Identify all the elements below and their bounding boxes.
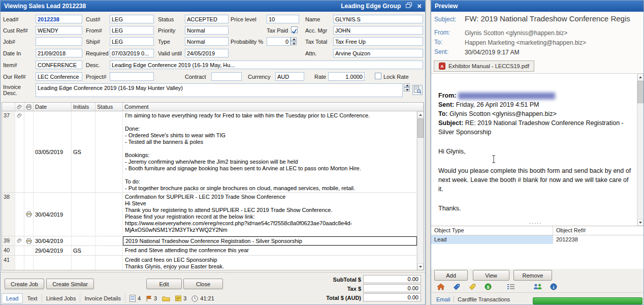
scrollbar-thumb[interactable] [637,81,643,103]
comment-date[interactable]: 29/04/2019 [34,246,72,255]
job-field[interactable] [36,37,82,46]
comment-row-41[interactable]: 41 Credit card fees on LEC Sponsorship T… [2,256,417,270]
remove-button[interactable]: Remove [513,270,552,281]
info-button[interactable]: i [548,282,560,292]
comment-text[interactable]: Fred and Steve attending the conference … [123,246,417,255]
currency-field[interactable]: AUD [275,72,304,81]
name-field[interactable]: GLYNIS.S [333,15,423,23]
attn-field[interactable]: Arvine Quizon [333,49,423,57]
comment-date[interactable]: 30/04/2019 [34,236,72,246]
create-job-button[interactable]: Create Job [5,279,44,289]
object-row-lead[interactable]: Lead 2012238 [431,235,643,244]
scroll-down-icon[interactable] [417,263,424,270]
comment-text[interactable]: I'm aiming to have everything ready for … [123,111,417,192]
note-icon[interactable] [171,295,182,301]
comment-date[interactable] [34,256,72,270]
comment-initials[interactable] [72,256,95,270]
flag-icon[interactable] [142,295,153,302]
comment-text[interactable]: Confirmation for SUPPLIER - LEC 2019 Tra… [123,193,417,236]
our-ref-field[interactable]: LEC Conference [36,72,82,81]
comment-column-header[interactable]: Comment [123,103,424,111]
view-button[interactable]: View [473,270,509,281]
valid-until-field[interactable]: 24/05/2019 [185,49,229,57]
comment-row-39-selected[interactable]: 39 30/04/2019 2019 National Tradeshow Co… [2,236,417,246]
cust-field[interactable]: LEG [110,15,154,23]
probability-stepper[interactable] [291,37,297,45]
comment-initials[interactable] [72,193,95,236]
scrollbar-thumb[interactable] [417,118,424,138]
tag-yellow-button[interactable] [466,282,478,292]
close-icon[interactable]: × [417,3,422,10]
panel-splitter[interactable] [426,0,431,305]
priority-field[interactable]: Normal [185,26,229,35]
comment-initials[interactable]: GS [72,111,95,192]
comment-initials[interactable] [72,236,95,246]
folder-icon[interactable] [158,295,171,301]
item-field[interactable]: CONFERENCE [36,60,82,69]
comment-status[interactable] [95,111,123,192]
price-level-field[interactable]: 10 [267,15,299,23]
initials-column-header[interactable]: Initials [72,103,95,111]
status-field[interactable]: ACCEPTED [185,15,229,23]
dollar-button[interactable]: $ [482,282,494,292]
comment-status[interactable] [95,236,123,246]
comment-status[interactable] [95,246,123,255]
scroll-down-icon[interactable] [637,219,643,226]
tab-invoice-details[interactable]: Invoice Details [80,294,125,303]
email-scrollbar[interactable] [637,74,643,226]
tab-text[interactable]: Text [23,294,42,303]
invoice-desc-stepper[interactable] [404,83,410,92]
desc-field[interactable]: Leading Edge Conference 2019 (16-19 May,… [110,60,423,69]
cust-ref-field[interactable]: WENDY [36,26,82,35]
contacts-button[interactable] [532,282,544,292]
rate-field[interactable]: 1.0000 [328,72,365,81]
scroll-up-icon[interactable] [637,74,643,80]
comment-status[interactable] [95,256,123,270]
probability-field[interactable]: 0 [267,37,291,46]
contract-field[interactable] [211,72,242,81]
row-number-column-header[interactable] [2,103,15,111]
tab-linked-jobs[interactable]: Linked Jobs [42,294,81,303]
comment-date[interactable]: 03/05/2019 [34,111,72,192]
clock-icon[interactable] [187,295,199,302]
scroll-up-icon[interactable] [417,111,424,118]
spin-down-icon[interactable] [404,87,410,92]
home-button[interactable] [435,282,447,292]
documents-icon[interactable] [125,295,137,302]
tax-paid-checkbox[interactable] [291,26,298,33]
type-field[interactable]: Normal [185,37,229,46]
ship-field[interactable]: LEG [110,37,154,46]
comment-row-38[interactable]: 38 30/04/2019 Confirmation for SUPPLIER … [2,193,417,236]
required-field[interactable]: 07/03/2019 0... [110,49,154,57]
create-similar-button[interactable]: Create Similar [46,279,94,289]
edit-button[interactable]: Edit [146,279,182,289]
spin-up-icon[interactable] [404,83,410,87]
date-in-field[interactable]: 21/09/2018 [36,49,82,57]
from-number-field[interactable]: LEG [110,26,154,35]
object-type-cell[interactable]: Lead [431,235,553,244]
project-field[interactable] [110,72,154,81]
comment-text-selected[interactable]: 2019 National Tradeshow Conference Regis… [123,236,417,246]
status-column-header[interactable]: Status [95,103,123,111]
tab-cardfile-transactions[interactable]: Cardfile Transactions [455,295,513,304]
add-button[interactable]: Add [434,270,468,281]
spin-up-icon[interactable] [291,37,297,41]
email-body[interactable]: From: ████████████████████████████ Sent:… [431,74,643,226]
date-column-header[interactable]: Date [34,103,72,111]
report-preview-button[interactable] [412,85,423,95]
tab-lead[interactable]: Lead [2,293,23,303]
tax-total-field[interactable]: Tax Free Up [333,37,423,46]
object-ref-cell[interactable]: 2012238 [553,235,643,244]
invoice-desc-field[interactable]: Leading Edge Conference 2019 (16-19 May … [36,83,403,97]
attachment-column-header[interactable] [15,103,24,111]
tag-blue-button[interactable] [450,282,463,292]
comment-date[interactable]: 30/04/2019 [34,193,72,236]
close-button[interactable]: Close [183,279,223,289]
comment-status[interactable] [95,193,123,236]
comment-initials[interactable]: GS [72,246,95,255]
comment-row-40[interactable]: 40 29/04/2019 GS Fred and Steve attendin… [2,246,417,256]
grid-scrollbar[interactable] [417,111,424,270]
popout-icon[interactable] [406,3,412,10]
spin-down-icon[interactable] [291,41,297,45]
comment-text[interactable]: Credit card fees on LEC Sponsorship Than… [123,256,417,270]
